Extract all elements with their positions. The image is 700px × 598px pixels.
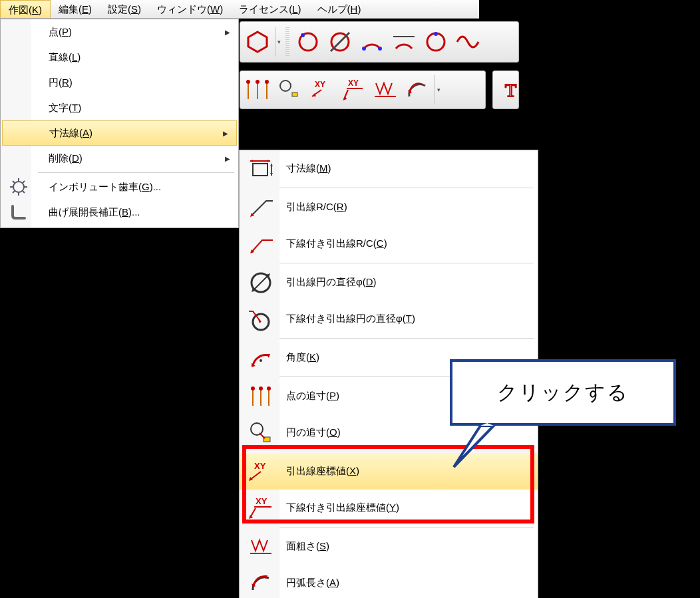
menu-separator xyxy=(38,172,234,173)
svg-text:XY: XY xyxy=(254,461,266,471)
point-dim-icon xyxy=(246,382,275,411)
arclen-toolbar-icon[interactable] xyxy=(403,75,432,104)
submenu-diameter-underline[interactable]: 下線付き引出線円の直径φ(T) xyxy=(240,301,538,337)
svg-rect-35 xyxy=(253,164,267,176)
svg-line-34 xyxy=(23,181,25,183)
toolbar-text: T xyxy=(492,71,519,109)
submenu-leader-rc[interactable]: 引出線R/C(R) xyxy=(240,189,538,225)
circle-point-icon[interactable] xyxy=(293,27,323,57)
toolbar-overflow[interactable]: ▾ xyxy=(275,27,283,57)
svg-point-59 xyxy=(251,423,263,435)
svg-line-33 xyxy=(13,191,15,193)
svg-text:XY: XY xyxy=(256,496,267,506)
svg-point-15 xyxy=(265,80,269,84)
svg-point-5 xyxy=(362,47,366,51)
callout-text: クリックする xyxy=(497,379,629,406)
circle-center-icon[interactable] xyxy=(421,27,450,57)
menu-item-delete[interactable]: 削除(D) xyxy=(1,146,238,171)
menu-license[interactable]: ライセンス(L) xyxy=(231,0,309,18)
arc-tangent-icon[interactable] xyxy=(389,27,419,57)
svg-marker-40 xyxy=(270,164,273,166)
gear-icon xyxy=(9,177,29,197)
menu-help[interactable]: ヘルプ(H) xyxy=(309,0,369,18)
svg-point-52 xyxy=(260,359,262,362)
submenu-leader-rc-underline[interactable]: 下線付き引出線R/C(C) xyxy=(240,225,538,262)
svg-marker-0 xyxy=(248,32,267,52)
point-dim-toolbar-icon[interactable] xyxy=(243,75,272,104)
dim-box-icon xyxy=(246,154,275,184)
submenu-roughness[interactable]: 面粗さ(S) xyxy=(240,528,538,565)
svg-line-61 xyxy=(260,433,265,438)
svg-line-31 xyxy=(13,181,15,183)
menu-item-line[interactable]: 直線(L) xyxy=(1,45,238,70)
draw-menu-flyout: 点(P) 直線(L) 円(R) 文字(T) 寸法線(A) 削除(D) インボリュ… xyxy=(0,19,239,228)
menu-item-text[interactable]: 文字(T) xyxy=(1,95,238,120)
diameter-icon xyxy=(246,268,275,297)
toolbar-shapes: ▾ xyxy=(240,21,519,63)
menu-window[interactable]: ウィンドウ(W) xyxy=(149,0,231,18)
svg-line-45 xyxy=(253,275,269,291)
circle-dim-toolbar-icon[interactable] xyxy=(275,75,304,104)
svg-point-2 xyxy=(301,33,305,37)
svg-line-32 xyxy=(23,191,25,193)
leader-icon xyxy=(246,193,275,222)
toolbar2-overflow[interactable]: ▾ xyxy=(435,75,442,104)
roughness-icon xyxy=(246,532,275,561)
bend-icon xyxy=(9,202,29,222)
wave-icon[interactable] xyxy=(453,27,482,57)
svg-marker-70 xyxy=(454,426,494,467)
arclen-icon xyxy=(246,569,275,598)
svg-point-26 xyxy=(13,182,24,192)
menu-edit[interactable]: 編集(E) xyxy=(51,0,100,18)
svg-rect-17 xyxy=(292,92,297,96)
svg-text:T: T xyxy=(505,80,516,100)
menu-item-bend-correction[interactable]: 曲げ展開長補正(B)... xyxy=(1,200,238,225)
submenu-leader-coordinate-underline[interactable]: XY 下線付き引出線座標値(Y) xyxy=(240,490,538,526)
svg-point-9 xyxy=(434,32,438,36)
arc-2pt-icon[interactable] xyxy=(357,27,387,57)
svg-point-6 xyxy=(378,47,382,51)
text-icon[interactable]: T xyxy=(500,75,526,104)
xy-leader-underline-icon: XY xyxy=(246,494,275,523)
xy-leader-icon: XY xyxy=(246,457,275,486)
circle-dim-icon xyxy=(246,418,275,448)
xy-leader-toolbar-icon[interactable]: XY xyxy=(307,75,336,104)
svg-text:XY: XY xyxy=(315,80,325,89)
menu-item-dimension[interactable]: 寸法線(A) xyxy=(2,120,237,146)
menu-settings[interactable]: 設定(S) xyxy=(100,0,149,18)
svg-point-58 xyxy=(267,386,271,390)
xy-leader-underline-toolbar-icon[interactable]: XY xyxy=(339,75,368,104)
angle-icon xyxy=(246,343,275,373)
toolbar-dims: XY XY ▾ xyxy=(240,71,486,109)
roughness-toolbar-icon[interactable] xyxy=(371,75,400,104)
toolbar-grip[interactable] xyxy=(285,27,289,57)
svg-point-13 xyxy=(246,80,250,84)
submenu-diameter[interactable]: 引出線円の直径φ(D) xyxy=(240,264,538,301)
menubar: 作図(K) 編集(E) 設定(S) ウィンドウ(W) ライセンス(L) ヘルプ(… xyxy=(0,0,479,19)
submenu-arc-length[interactable]: 円弧長さ(A) xyxy=(240,565,538,598)
svg-text:XY: XY xyxy=(348,78,359,88)
submenu-dimension-line[interactable]: 寸法線(M) xyxy=(240,150,538,187)
svg-point-16 xyxy=(280,80,291,91)
svg-point-56 xyxy=(251,386,255,390)
menu-draw[interactable]: 作図(K) xyxy=(0,0,51,18)
svg-point-14 xyxy=(256,80,260,84)
callout-label: クリックする xyxy=(450,359,676,426)
diameter-underline-icon xyxy=(246,305,275,334)
menu-item-point[interactable]: 点(P) xyxy=(1,19,238,45)
svg-point-57 xyxy=(259,386,263,390)
svg-marker-37 xyxy=(250,160,253,162)
menu-item-involute-gear[interactable]: インボリュート歯車(G)... xyxy=(1,174,238,200)
hexagon-icon[interactable] xyxy=(243,27,272,57)
svg-marker-38 xyxy=(267,160,270,162)
svg-marker-41 xyxy=(270,173,273,176)
slash-circle-icon[interactable] xyxy=(325,27,355,57)
leader-underline-icon xyxy=(246,229,275,259)
menu-item-circle[interactable]: 円(R) xyxy=(1,70,238,95)
